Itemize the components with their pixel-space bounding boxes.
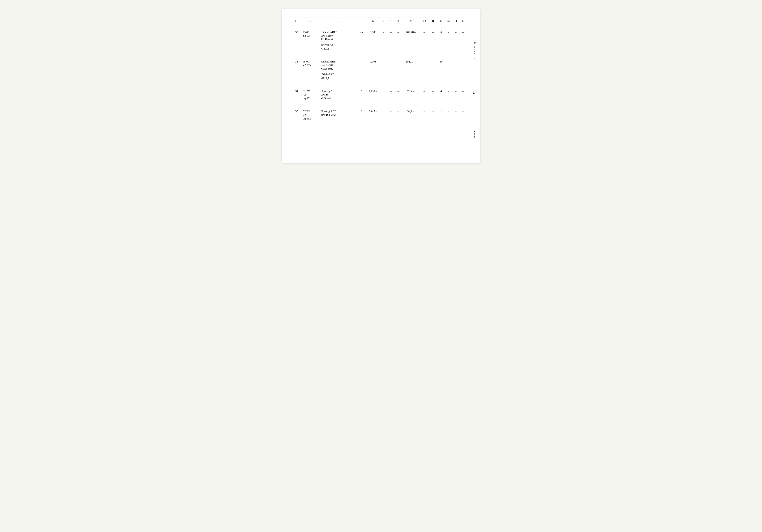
header-col2: 2: [302, 18, 319, 24]
row-32-col11: –: [429, 29, 437, 51]
row-34-col12: 4: [437, 88, 445, 101]
row-33-col8: –: [395, 58, 402, 81]
table-row: 32 I5–09 т.2-005 Кабель АВРГ сеч. 3хI6+ …: [295, 29, 467, 51]
row-35-col7: –: [387, 108, 394, 121]
margin-label-3: 20789-07: [473, 127, 476, 138]
row-33-col14: –: [452, 58, 459, 81]
row-32-col13: –: [445, 29, 452, 51]
header-col7: 7: [387, 18, 394, 24]
row-33-col15: –: [460, 58, 467, 81]
row-35-col8: –: [395, 108, 402, 121]
row-34-col6: [380, 88, 387, 101]
header-col4: 4: [358, 18, 366, 24]
row-32-col14: –: [452, 29, 459, 51]
spacer-row: [295, 81, 467, 88]
margin-label-2: 172: [473, 91, 476, 96]
row-32-col10: –: [420, 29, 429, 51]
header-col8: 8: [395, 18, 402, 24]
row-34-col15: –: [460, 88, 467, 101]
row-34-col10: –: [420, 88, 429, 101]
header-col6: 6: [380, 18, 387, 24]
row-35-col9: 34,9 –: [402, 108, 420, 121]
header-col15: I5: [460, 18, 467, 24]
table-header-row: I 2 3 4 5 6 7 8 9 IO II I2 I3 I4 I5: [295, 18, 467, 24]
row-35-col12: I: [437, 108, 445, 121]
header-col13: I3: [445, 18, 452, 24]
table-row: 35 ССРМ ч.У стр.I52 Провод АПВ сеч. Iх4 …: [295, 108, 467, 121]
row-32-num: 32: [295, 29, 302, 51]
spacer-row: [295, 51, 467, 58]
row-35-col11: –: [429, 108, 437, 121]
row-34-ref: ССРМ ч.У стр.I52: [302, 88, 319, 101]
row-32-col8: –: [395, 29, 402, 51]
row-35-ref: ССРМ ч.У стр.I52: [302, 108, 319, 121]
row-32-col12: 6: [437, 29, 445, 51]
page-container: I 2 3 4 5 6 7 8 9 IO II I2 I3 I4 I5 32: [282, 9, 480, 163]
row-35-col6: [380, 108, 387, 121]
row-32-col6: –: [380, 29, 387, 51]
row-35-unit: ": [358, 108, 366, 121]
header-col1: I: [295, 18, 302, 24]
row-32-col5: 0,008: [366, 29, 380, 51]
row-35-col13: –: [445, 108, 452, 121]
table-row: 34 ССРМ ч.У стр.I52 Провод АПВ сеч. Iх х…: [295, 88, 467, 101]
header-col10: IO: [420, 18, 429, 24]
row-34-col11: –: [429, 88, 437, 101]
row-33-col9: I922,7 –: [402, 58, 420, 81]
main-table: I 2 3 4 5 6 7 8 9 IO II I2 I3 I4 I5 32: [295, 18, 467, 130]
spacer-row: [295, 24, 467, 29]
row-34-unit: ": [358, 88, 366, 101]
header-col14: I4: [452, 18, 459, 24]
row-34-col8: –: [395, 88, 402, 101]
row-34-col13: –: [445, 88, 452, 101]
row-33-unit: ": [358, 58, 366, 81]
row-34-col14: –: [452, 88, 459, 101]
row-32-col15: –: [460, 29, 467, 51]
row-33-ref: I5–09 т.2-005: [302, 58, 319, 81]
row-34-desc: Провод АПВ сеч. Iх х2,5 мм2: [319, 88, 358, 101]
header-col9: 9: [402, 18, 420, 24]
row-35-desc: Провод АПВ сеч. Iх4 мм2: [319, 108, 358, 121]
margin-label-1: 801-2-55.85(г): [473, 42, 476, 60]
row-35-num: 35: [295, 108, 302, 121]
row-33-col6: –: [380, 58, 387, 81]
row-33-col5: 0,008: [366, 58, 380, 81]
header-col5: 5: [366, 18, 380, 24]
row-34-col9: 28,4 –: [402, 88, 420, 101]
row-32-unit: км: [358, 29, 366, 51]
row-33-desc: Кабель АВРГ сеч. 3х50+ +Iх25 мм2 I740,0х…: [319, 58, 358, 81]
spacer-row: [295, 121, 467, 130]
row-33-col11: –: [429, 58, 437, 81]
row-33-col7: –: [387, 58, 394, 81]
row-34-col5: 0,I30 –: [366, 88, 380, 101]
row-32-col9: 702,78 –: [402, 29, 420, 51]
right-margin-labels: 801-2-55.85(г) 172 20789-07: [473, 27, 476, 154]
row-34-num: 34: [295, 88, 302, 101]
header-col12: I2: [437, 18, 445, 24]
row-33-col13: –: [445, 58, 452, 81]
row-33-col12: I5: [437, 58, 445, 81]
header-col11: II: [429, 18, 437, 24]
row-35-col10: –: [420, 108, 429, 121]
row-33-num: 33: [295, 58, 302, 81]
row-35-col14: –: [452, 108, 459, 121]
table-row: 33 I5–09 т.2-005 Кабель АВРГ сеч. 3х50+ …: [295, 58, 467, 81]
spacer-row: [295, 101, 467, 108]
header-col3: 3: [319, 18, 358, 24]
row-32-desc: Кабель АВРГ сеч. 3хI6+ +Iх10 мм2 636,0хI…: [319, 29, 358, 51]
row-35-col15: –: [460, 108, 467, 121]
row-34-col7: –: [387, 88, 394, 101]
row-32-ref: I5–09 т.2-005: [302, 29, 319, 51]
row-33-col10: –: [420, 58, 429, 81]
row-32-col7: –: [387, 29, 394, 51]
row-35-col5: 0,0I5 –: [366, 108, 380, 121]
